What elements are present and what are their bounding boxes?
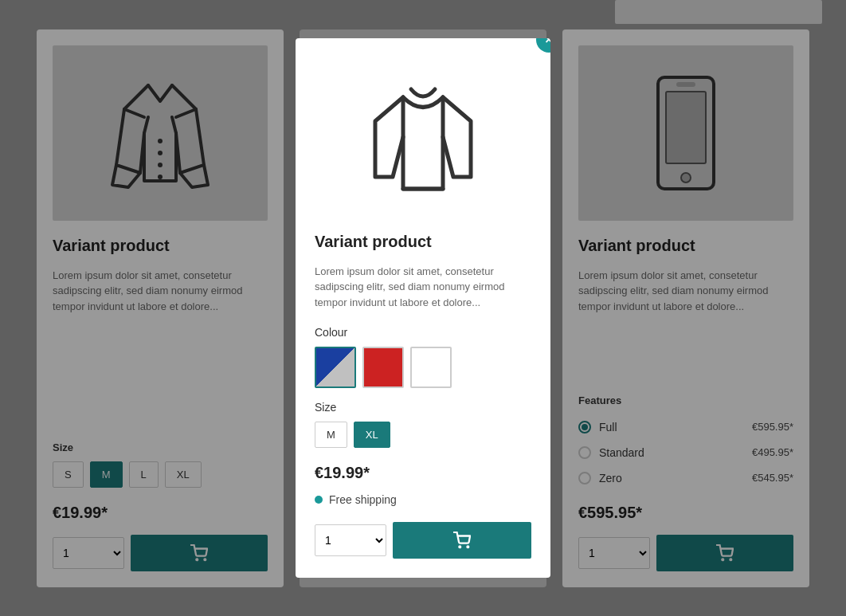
svg-point-13 (467, 547, 468, 548)
modal-desc: Lorem ipsum dolor sit amet, consetetur s… (315, 264, 531, 311)
modal-title: Variant product (315, 233, 531, 251)
modal-size-m[interactable]: M (315, 422, 347, 448)
modal-colour-options (315, 347, 531, 388)
free-shipping-text: Free shipping (329, 493, 397, 506)
modal-colour-label: Colour (315, 326, 531, 339)
modal-product-image (315, 57, 531, 217)
modal-overlay[interactable]: × Variant product Lorem (0, 0, 846, 616)
modal-size-xl[interactable]: XL (354, 422, 390, 448)
cart-icon-modal (453, 532, 471, 549)
modal-close-button[interactable]: × (536, 38, 550, 53)
modal-add-to-cart[interactable] (393, 522, 531, 559)
modal-size-label: Size (315, 401, 531, 414)
modal-actions: 1 2 3 (315, 522, 531, 559)
modal-price: €19.99* (315, 464, 531, 482)
modal-qty-select[interactable]: 1 2 3 (315, 524, 386, 556)
colour-swatch-blue[interactable] (315, 347, 356, 388)
page-wrapper: Variant product Lorem ipsum dolor sit am… (0, 0, 846, 616)
swatch-white-fill (412, 348, 450, 386)
free-shipping-dot (315, 496, 323, 504)
free-shipping-row: Free shipping (315, 493, 531, 506)
product-modal: × Variant product Lorem (296, 38, 550, 579)
swatch-red-fill (364, 348, 402, 386)
modal-shirt-icon (359, 65, 487, 209)
svg-point-12 (459, 547, 460, 548)
colour-swatch-white[interactable] (410, 347, 452, 388)
modal-size-options: M XL (315, 422, 531, 448)
swatch-blue-fill (316, 348, 354, 386)
colour-swatch-red[interactable] (362, 347, 404, 388)
